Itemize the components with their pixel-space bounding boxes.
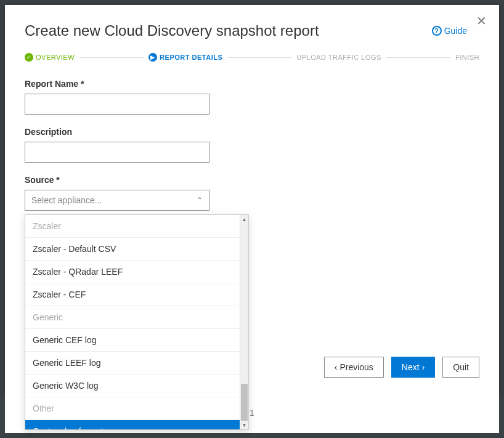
step-finish: FINISH <box>455 54 479 61</box>
source-dropdown: Zscaler Zscaler - Default CSV Zscaler - … <box>25 214 249 430</box>
scroll-thumb[interactable] <box>241 384 248 421</box>
step-label: OVERVIEW <box>36 54 75 61</box>
help-icon: ? <box>432 26 442 36</box>
play-icon: ▶ <box>148 53 157 62</box>
dropdown-item-zscaler-qradar-leef[interactable]: Zscaler - QRadar LEEF <box>25 261 240 283</box>
quit-button[interactable]: Quit <box>442 357 479 378</box>
button-label: Next <box>402 362 420 372</box>
step-report-details[interactable]: ▶ REPORT DETAILS <box>148 53 222 62</box>
button-label: Previous <box>339 362 373 372</box>
modal-title: Create new Cloud Discovery snapshot repo… <box>25 22 319 39</box>
previous-button[interactable]: ‹ Previous <box>324 357 384 378</box>
dropdown-scrollbar[interactable]: ▲ ▼ <box>240 215 248 429</box>
report-name-input[interactable] <box>25 94 209 115</box>
button-label: Quit <box>453 362 469 372</box>
dropdown-item-generic-cef[interactable]: Generic CEF log <box>25 329 240 352</box>
dropdown-item-generic-w3c[interactable]: Generic W3C log <box>25 375 240 397</box>
chevron-up-icon: ⌃ <box>197 196 203 205</box>
dropdown-list: Zscaler Zscaler - Default CSV Zscaler - … <box>25 215 240 429</box>
step-label: REPORT DETAILS <box>160 54 222 61</box>
chevron-right-icon: › <box>422 362 425 372</box>
dropdown-item-generic-leef[interactable]: Generic LEEF log <box>25 352 240 375</box>
step-label: UPLOAD TRAFFIC LOGS <box>296 54 381 61</box>
header-row: Create new Cloud Discovery snapshot repo… <box>25 22 479 39</box>
source-label: Source * <box>25 175 479 185</box>
source-group: Source * Select appliance... ⌃ <box>25 175 479 211</box>
dropdown-group-other: Other <box>25 397 240 420</box>
guide-link[interactable]: ? Guide <box>432 26 467 36</box>
page-number: 1 <box>250 408 254 418</box>
guide-label: Guide <box>444 26 467 36</box>
source-select[interactable]: Select appliance... ⌃ <box>25 190 209 211</box>
step-connector <box>79 57 144 58</box>
wizard-stepper: ✓ OVERVIEW ▶ REPORT DETAILS UPLOAD TRAFF… <box>25 53 479 62</box>
step-connector <box>386 57 450 58</box>
dropdown-item-zscaler-cef[interactable]: Zscaler - CEF <box>25 283 240 306</box>
dropdown-group-generic: Generic <box>25 306 240 329</box>
close-button[interactable]: ✕ <box>476 15 487 27</box>
chevron-left-icon: ‹ <box>335 362 338 372</box>
scroll-up-icon[interactable]: ▲ <box>240 215 248 224</box>
scroll-down-icon[interactable]: ▼ <box>240 421 248 429</box>
step-overview[interactable]: ✓ OVERVIEW <box>25 53 75 62</box>
dropdown-group-zscaler: Zscaler <box>25 215 240 238</box>
report-name-label: Report Name * <box>25 79 479 89</box>
report-name-group: Report Name * <box>25 79 479 115</box>
step-upload-logs: UPLOAD TRAFFIC LOGS <box>296 54 381 61</box>
source-placeholder: Select appliance... <box>31 195 102 205</box>
description-input[interactable] <box>25 142 209 163</box>
check-icon: ✓ <box>25 53 33 62</box>
next-button[interactable]: Next › <box>391 357 435 378</box>
dropdown-item-custom-log-format[interactable]: Custom log format... <box>25 420 240 429</box>
step-label: FINISH <box>455 54 479 61</box>
step-connector <box>227 57 291 58</box>
dropdown-item-zscaler-default-csv[interactable]: Zscaler - Default CSV <box>25 238 240 261</box>
description-label: Description <box>25 127 479 137</box>
description-group: Description <box>25 127 479 163</box>
